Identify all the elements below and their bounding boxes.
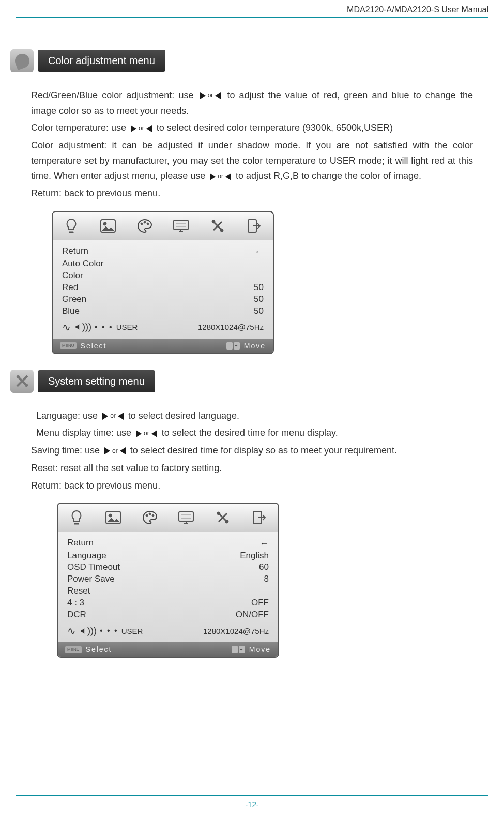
osd-label: Reset xyxy=(67,585,90,597)
header-title: MDA2120-A/MDA2120-S User Manual xyxy=(347,5,488,14)
osd-row: Blue 50 xyxy=(62,306,264,317)
svg-rect-16 xyxy=(179,512,193,521)
osd-row: 4 : 3 OFF xyxy=(67,597,269,609)
right-arrow-icon xyxy=(210,173,216,180)
or-text: or xyxy=(208,90,213,101)
select-text: Select xyxy=(81,342,107,350)
svg-point-13 xyxy=(146,514,148,517)
nav-arrows-icon: or xyxy=(136,429,157,439)
osd-footer-left: MENU Select xyxy=(65,645,112,654)
text: Language: use xyxy=(36,411,98,421)
text: Color temperature: use xyxy=(31,123,126,133)
svg-point-2 xyxy=(141,223,143,225)
or-text: or xyxy=(139,124,144,134)
screen-icon xyxy=(171,216,191,236)
osd-body: Return ← Language English OSD Timeout 60… xyxy=(58,532,278,642)
osd-row: Auto Color xyxy=(62,258,264,270)
wave-icon: ∿ xyxy=(62,321,70,333)
osd-label: Color xyxy=(62,270,83,282)
osd-status-left: ∿ 🔈︎))) • • • USER xyxy=(67,625,143,637)
or-text: or xyxy=(112,446,118,457)
text: to select the desired time for menu disp… xyxy=(162,428,338,438)
move-text: Move xyxy=(244,342,266,350)
osd-tabs xyxy=(53,212,273,240)
svg-point-1 xyxy=(103,222,106,225)
osd-value: 8 xyxy=(264,573,269,585)
osd-label: Return xyxy=(62,246,88,258)
osd-status-bar: ∿ 🔈︎))) • • • USER 1280X1024@75Hz xyxy=(62,317,264,336)
text: to select desired language. xyxy=(128,411,239,421)
nav-arrows-icon: or xyxy=(131,124,152,134)
svg-point-7 xyxy=(220,229,223,232)
osd-row: Return ← xyxy=(67,537,269,550)
color-p4: Return: back to previous menu. xyxy=(31,186,473,202)
osd-row: Language English xyxy=(67,550,269,562)
system-p2: Menu display time: use or to select the … xyxy=(31,426,473,441)
osd-row: Power Save 8 xyxy=(67,573,269,585)
svg-point-14 xyxy=(149,513,151,515)
right-arrow-icon xyxy=(104,447,110,454)
return-arrow-icon: ← xyxy=(259,537,269,550)
dots-icon: • • • xyxy=(100,626,118,635)
image-icon xyxy=(103,508,124,527)
left-arrow-icon xyxy=(146,125,152,132)
move-text: Move xyxy=(249,645,271,654)
palette-tab-icon xyxy=(140,508,160,527)
tools-icon xyxy=(10,370,34,393)
bulb-icon xyxy=(61,216,82,236)
plus-icon: + xyxy=(239,646,245,653)
osd-label: Language xyxy=(67,550,106,562)
text: to select desired time for display so as… xyxy=(130,445,397,456)
nav-arrows-icon: or xyxy=(102,411,124,421)
osd-footer-right: - + Move xyxy=(226,342,266,350)
palette-icon xyxy=(10,49,34,72)
image-icon xyxy=(98,216,118,236)
color-p2: Color temperature: use or to select desi… xyxy=(31,120,473,136)
nav-arrows-icon: or xyxy=(200,90,221,101)
right-arrow-icon xyxy=(200,92,206,99)
palette-tab-icon xyxy=(134,216,155,236)
osd-body: Return ← Auto Color Color Red 50 Green 5… xyxy=(53,240,273,339)
system-p5: Return: back to previous menu. xyxy=(31,478,473,494)
svg-point-17 xyxy=(217,512,220,515)
osd-label: Red xyxy=(62,282,78,294)
osd-status-bar: ∿ 🔈︎))) • • • USER 1280X1024@75Hz xyxy=(67,621,269,639)
svg-point-12 xyxy=(109,514,112,517)
user-label: USER xyxy=(121,627,143,635)
text: Menu display time: use xyxy=(36,428,131,438)
osd-label: Auto Color xyxy=(62,258,103,270)
osd-color-figure: Return ← Auto Color Color Red 50 Green 5… xyxy=(52,211,274,354)
left-arrow-icon xyxy=(225,173,231,180)
footer-rule xyxy=(16,795,488,796)
text: Red/Green/Blue color adjustment: use xyxy=(31,90,194,100)
osd-value: ON/OFF xyxy=(236,609,269,621)
left-arrow-icon xyxy=(215,92,221,99)
osd-value: 50 xyxy=(254,282,264,294)
osd-system-figure: Return ← Language English OSD Timeout 60… xyxy=(57,503,279,658)
osd-value: 60 xyxy=(259,562,269,573)
wave-icon: ∿ xyxy=(67,625,75,637)
osd-row: Color xyxy=(62,270,264,282)
color-p3: Color adjustment: it can be adjusted if … xyxy=(31,138,473,184)
text: to adjust R,G,B to change the color of i… xyxy=(236,171,421,181)
osd-label: 4 : 3 xyxy=(67,597,84,609)
menu-badge: MENU xyxy=(60,342,77,349)
bulb-icon xyxy=(66,508,87,527)
move-badge: - + xyxy=(226,342,240,350)
osd-row: Green 50 xyxy=(62,294,264,306)
osd-footer: MENU Select - + Move xyxy=(58,642,278,657)
system-menu-title: System setting menu xyxy=(38,370,155,392)
user-label: USER xyxy=(116,323,138,331)
system-p1: Language: use or to select desired langu… xyxy=(31,408,473,424)
osd-footer: MENU Select - + Move xyxy=(53,339,273,353)
system-p3: Saving time: use or to select desired ti… xyxy=(31,443,473,459)
color-menu-title: Color adjustment menu xyxy=(38,50,165,72)
nav-arrows-icon: or xyxy=(210,172,231,182)
svg-rect-5 xyxy=(174,220,188,230)
tools-tab-icon xyxy=(207,216,228,236)
osd-row: Reset xyxy=(67,585,269,597)
nav-arrows-icon: or xyxy=(104,446,126,457)
svg-point-4 xyxy=(147,223,149,225)
speaker-icon: 🔈︎))) xyxy=(73,322,91,332)
right-arrow-icon xyxy=(131,125,136,132)
